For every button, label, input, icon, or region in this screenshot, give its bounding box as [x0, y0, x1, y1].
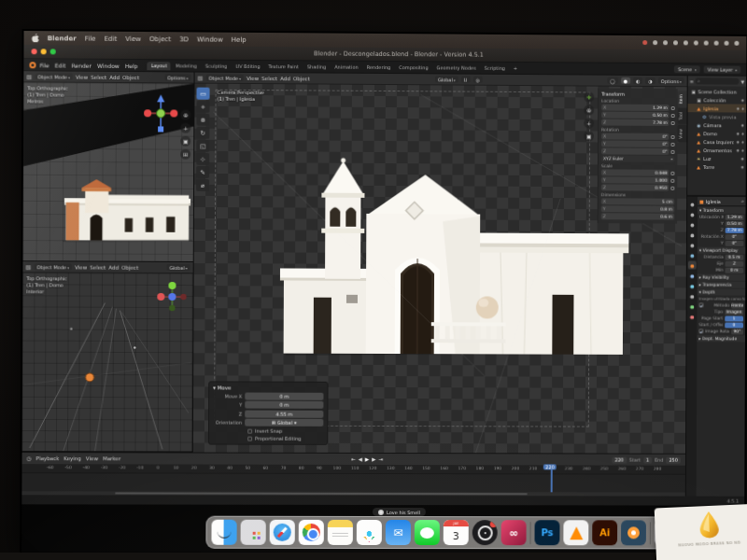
shading-rendered-icon[interactable]: ◑: [645, 77, 655, 84]
properties-tab-view-layer[interactable]: ●: [688, 231, 697, 239]
property-field[interactable]: 0°: [726, 240, 744, 245]
status-recording-icon[interactable]: [642, 40, 647, 45]
workspace-tab-animation[interactable]: Animation: [331, 63, 362, 71]
camera-toggle-icon[interactable]: ◈: [741, 139, 744, 144]
outliner-row-colecci-n[interactable]: ▣Colección◉: [688, 95, 747, 104]
outliner-row-ornamentos[interactable]: ▲Ornamentos◉◈: [687, 146, 746, 154]
eye-toggle-icon[interactable]: ◉: [737, 106, 740, 111]
tool-measure[interactable]: ⌀: [196, 179, 209, 191]
outliner-row-luz[interactable]: ☀Luz◉: [687, 154, 746, 162]
dimensions-field-y[interactable]: Y0.8 m: [601, 205, 675, 212]
rotation-field-x[interactable]: X0°: [601, 133, 669, 139]
outliner-row-scene-collection[interactable]: ▣Scene Collection: [688, 87, 747, 95]
viewport-menu-add[interactable]: Add: [109, 74, 120, 79]
viewport-menu-view[interactable]: View: [76, 74, 88, 79]
viewport-menu-select[interactable]: Select: [91, 74, 106, 79]
checkbox-icon[interactable]: ✔: [698, 329, 703, 333]
location-field-x[interactable]: X1.29 m: [601, 105, 669, 111]
status-control-center-icon[interactable]: [734, 41, 739, 46]
viewport-menu-view[interactable]: View: [75, 264, 87, 270]
outliner-row-iglesia[interactable]: ▲Iglesia◉◈: [688, 104, 747, 112]
section-header-ray-visibility[interactable]: ▸ Ray Visibility: [698, 274, 746, 281]
add-workspace-button[interactable]: +: [510, 63, 521, 72]
axis-navigation-gizmo[interactable]: [156, 281, 188, 313]
dock-slack-icon[interactable]: [357, 520, 382, 545]
dock-blender-icon[interactable]: [621, 520, 646, 545]
properties-tab-data[interactable]: ●: [688, 301, 697, 310]
snapping-magnet-icon[interactable]: U: [461, 77, 471, 83]
property-field[interactable]: 1.29 m: [726, 214, 744, 219]
redo-checkbox-proportional-editing[interactable]: Proportional Editing: [247, 436, 323, 441]
redo-panel-title[interactable]: ▾ Move: [213, 385, 323, 390]
tool-scale[interactable]: ◱: [196, 140, 209, 152]
property-field[interactable]: 0: [725, 322, 743, 328]
eye-toggle-icon[interactable]: ◉: [736, 139, 739, 144]
properties-tab-world[interactable]: ●: [688, 251, 697, 259]
viewport-menu-view[interactable]: View: [247, 75, 259, 80]
scene-selector[interactable]: Scene ▾: [674, 65, 700, 73]
shading-solid-icon[interactable]: ●: [621, 77, 630, 84]
axis-gizmo-icon[interactable]: ✛: [584, 91, 594, 102]
sidebar-tab-tool[interactable]: Tool: [678, 108, 687, 124]
property-field[interactable]: Z: [726, 260, 744, 266]
topbar-menu-render[interactable]: Render: [71, 62, 92, 68]
sidebar-tab-view[interactable]: View: [678, 125, 687, 143]
timeline-menu-view[interactable]: View: [86, 455, 98, 461]
transform-panel-title[interactable]: Transform: [601, 91, 675, 98]
menubar-item-3d[interactable]: 3D: [179, 35, 189, 43]
timeline-menu-marker[interactable]: Marker: [103, 455, 120, 461]
outliner-row-domo[interactable]: ▲Domo◉◈: [687, 129, 746, 137]
dock-calendar-icon[interactable]: JUE3: [444, 520, 469, 545]
dock-messages-icon[interactable]: [415, 520, 440, 545]
dock-safari-icon[interactable]: [270, 520, 295, 545]
properties-tab-object[interactable]: ●: [688, 261, 697, 270]
properties-tab-scene[interactable]: ●: [688, 241, 697, 249]
workspace-tab-texture-paint[interactable]: Texture Paint: [264, 63, 302, 71]
property-field[interactable]: 1: [725, 315, 743, 321]
menubar-item-view[interactable]: View: [125, 35, 141, 42]
lock-icon[interactable]: [671, 120, 675, 124]
next-keyframe-button[interactable]: ▶: [372, 456, 375, 462]
properties-tab-output[interactable]: ●: [688, 220, 697, 229]
eye-toggle-icon[interactable]: ◉: [741, 98, 744, 103]
topbar-menu-file[interactable]: File: [40, 62, 49, 68]
workspace-tab-compositing[interactable]: Compositing: [395, 63, 431, 72]
timeline-body[interactable]: [21, 473, 684, 492]
camera-toggle-icon[interactable]: ◈: [741, 131, 744, 135]
pan-icon[interactable]: +: [180, 123, 190, 133]
properties-tab-material[interactable]: ●: [688, 312, 697, 320]
blender-logo-icon[interactable]: [29, 62, 35, 68]
scale-field-y[interactable]: Y1.000: [601, 176, 669, 183]
workspace-tab-sculpting[interactable]: Sculpting: [202, 62, 232, 70]
shading-wireframe-icon[interactable]: ◯: [607, 77, 618, 84]
properties-tab-physics[interactable]: ●: [688, 281, 697, 289]
timeline-playhead[interactable]: 220: [551, 465, 553, 492]
viewport-menu-select[interactable]: Select: [261, 76, 277, 81]
camera-view-icon[interactable]: ▣: [180, 136, 190, 147]
viewport-menu-select[interactable]: Select: [90, 264, 106, 270]
status-bluetooth-icon[interactable]: [684, 40, 688, 45]
property-field[interactable]: Frente: [731, 302, 743, 308]
tool-cursor[interactable]: +: [196, 101, 209, 113]
properties-tab-modifiers[interactable]: ●: [688, 272, 697, 280]
current-frame-field[interactable]: 220: [612, 456, 626, 463]
status-users-icon[interactable]: [653, 40, 657, 45]
viewport-canvas[interactable]: Top Orthographic(1) Tren | DomoInterior: [22, 273, 193, 451]
redo-checkbox-invert-snap[interactable]: Invert Snap: [247, 428, 323, 434]
menubar-item-window[interactable]: Window: [197, 35, 223, 43]
editor-type-icon[interactable]: ▧: [26, 73, 32, 79]
eye-toggle-icon[interactable]: ◉: [741, 122, 744, 127]
proportional-editing-icon[interactable]: ◎: [472, 77, 482, 83]
topbar-menu-edit[interactable]: Edit: [55, 62, 66, 68]
viewport-canvas[interactable]: Top Orthographic(1) Tren | DomoMetros: [22, 82, 193, 261]
tool-transform[interactable]: ⊹: [196, 153, 209, 165]
redo-field-value[interactable]: 0 m: [245, 392, 323, 399]
property-field[interactable]: 7.78 m: [726, 227, 744, 232]
orientation-value-select[interactable]: ⊞ Global ▾: [245, 419, 323, 427]
outliner-row-casa-izquierda[interactable]: ▲Casa Izquierda◉◈: [687, 137, 746, 146]
search-icon[interactable]: ⌕: [741, 198, 744, 204]
viewport-menu-add[interactable]: Add: [280, 76, 290, 81]
dimensions-field-x[interactable]: X5 cm: [601, 198, 675, 204]
workspace-tab-layout[interactable]: Layout: [148, 62, 171, 70]
properties-tab-constraints[interactable]: ●: [688, 291, 697, 300]
